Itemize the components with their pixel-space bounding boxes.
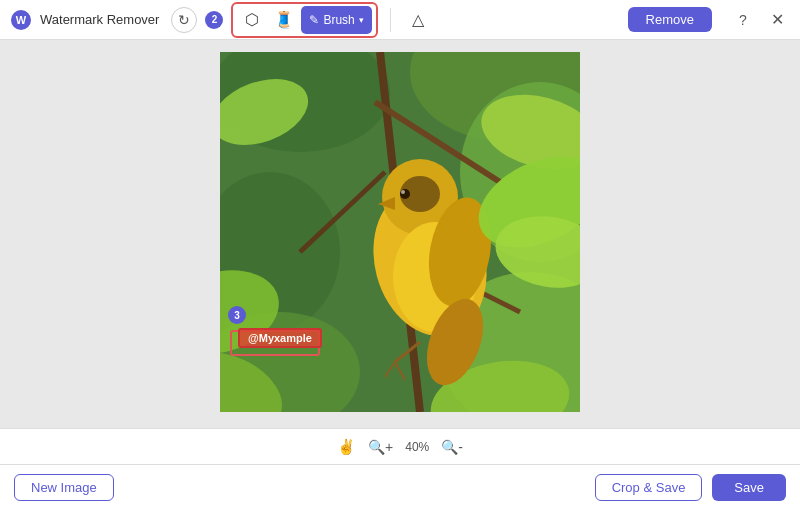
back-button[interactable]: ↻ xyxy=(171,7,197,33)
remove-button[interactable]: Remove xyxy=(628,7,712,32)
toolbar-divider xyxy=(390,8,391,32)
lasso-tool-button[interactable]: 🧵 xyxy=(269,6,299,34)
footer: New Image Crop & Save Save xyxy=(0,464,800,510)
new-image-button[interactable]: New Image xyxy=(14,474,114,501)
back-icon: ↻ xyxy=(178,12,190,28)
polygon-tool-button[interactable]: ⬡ xyxy=(237,6,267,34)
brush-icon: ✎ xyxy=(309,13,319,27)
tool-group: ⬡ 🧵 ✎ Brush ▾ xyxy=(231,2,377,38)
svg-point-23 xyxy=(400,189,410,199)
erase-button[interactable]: △ xyxy=(403,6,433,34)
crop-save-button[interactable]: Crop & Save xyxy=(595,474,703,501)
main-canvas-area: 3 @Myxample xyxy=(0,40,800,428)
svg-point-24 xyxy=(401,190,405,194)
brush-tool-button[interactable]: ✎ Brush ▾ xyxy=(301,6,371,34)
zoom-out-icon[interactable]: 🔍- xyxy=(441,439,463,455)
polygon-icon: ⬡ xyxy=(245,10,259,29)
window-controls: ? ✕ xyxy=(730,7,790,33)
brush-label: Brush xyxy=(323,13,354,27)
zoom-in-icon[interactable]: 🔍+ xyxy=(368,439,393,455)
step3-badge: 3 xyxy=(228,306,246,324)
footer-right: Crop & Save Save xyxy=(595,474,786,501)
zoom-bar: ✌ 🔍+ 40% 🔍- xyxy=(0,428,800,464)
lasso-icon: 🧵 xyxy=(274,10,294,29)
hand-tool-icon[interactable]: ✌ xyxy=(337,438,356,456)
titlebar: W Watermark Remover ↻ 2 ⬡ 🧵 ✎ Brush ▾ △ … xyxy=(0,0,800,40)
app-logo-icon: W xyxy=(10,9,32,31)
question-icon: ? xyxy=(739,12,747,28)
watermark-text[interactable]: @Myxample xyxy=(238,328,322,348)
canvas-area: 3 @Myxample xyxy=(220,52,580,416)
brush-chevron-icon: ▾ xyxy=(359,15,364,25)
app-title: Watermark Remover xyxy=(40,12,159,27)
step2-badge: 2 xyxy=(205,11,223,29)
bird-image[interactable] xyxy=(220,52,580,412)
svg-text:W: W xyxy=(16,14,27,26)
close-button[interactable]: ✕ xyxy=(764,7,790,33)
erase-icon: △ xyxy=(412,10,424,29)
save-button[interactable]: Save xyxy=(712,474,786,501)
zoom-level: 40% xyxy=(405,440,429,454)
help-button[interactable]: ? xyxy=(730,7,756,33)
close-icon: ✕ xyxy=(771,10,784,29)
